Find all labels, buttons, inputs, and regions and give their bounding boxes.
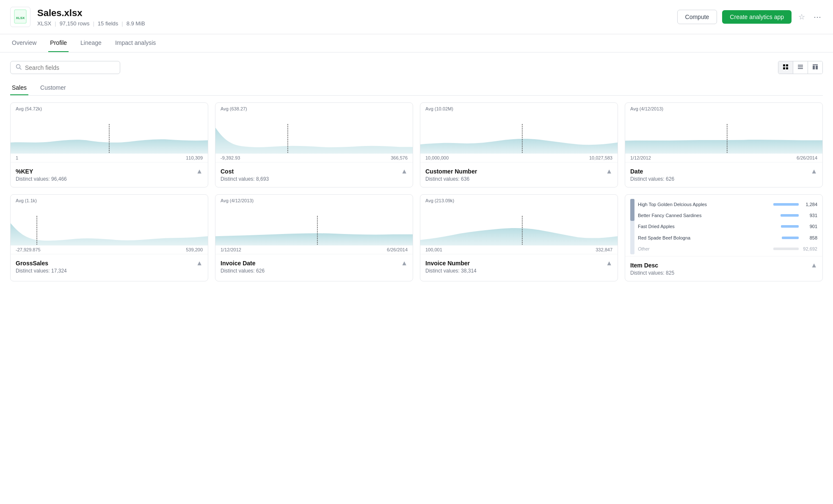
svg-rect-4 [783,64,785,66]
bar-row-1: High Top Golden Delcious Apples 1,284 [638,202,817,207]
cards-grid: Avg (54.72k) 1 110,309 [10,102,823,281]
svg-rect-13 [816,66,818,69]
list-view-button[interactable] [793,61,808,74]
tab-lineage[interactable]: Lineage [79,34,103,52]
invoice-number-chart-range: 100,001 332,847 [425,247,612,252]
card-date-subtitle: Distinct values: 626 [630,176,817,182]
gross-sales-chart-range: -27,929.875 539,200 [16,247,203,252]
sub-tab-customer[interactable]: Customer [39,81,68,95]
svg-rect-10 [798,68,803,69]
search-box[interactable] [10,61,120,74]
svg-rect-12 [813,66,815,69]
card-customer-number-chart: Avg (10.02M) 10,000,000 10, [420,103,618,162]
file-fields: 15 fields [98,20,118,27]
card-key: Avg (54.72k) 1 110,309 [10,102,208,187]
card-invoice-number-body: Invoice Number ▲ Distinct values: 38,314 [420,254,618,279]
file-type-label: XLSX [14,9,27,25]
file-type: XLSX [37,20,51,27]
date-chart-icon: ▲ [811,168,817,175]
file-icon: XLSX [10,7,30,27]
date-avg-label: Avg (4/12/2013) [630,106,663,111]
card-item-desc-body: Item Desc ▲ Distinct values: 825 [625,256,822,281]
customer-number-avg-label: Avg (10.02M) [425,106,453,111]
file-rows: 97,150 rows [60,20,90,27]
grid-view-button[interactable] [778,61,793,74]
file-size: 8.9 MiB [127,20,145,27]
invoice-number-avg-label: Avg (213.09k) [425,198,454,203]
svg-rect-5 [786,64,788,66]
bar-row-4: Red Spade Beef Bologna 858 [638,235,817,240]
card-gross-sales-subtitle: Distinct values: 17,324 [16,268,203,274]
cost-avg-label: Avg (638.27) [221,106,247,111]
svg-rect-8 [798,65,803,66]
customer-number-chart-range: 10,000,000 10,027,583 [425,155,612,160]
gross-sales-chart-icon: ▲ [196,259,203,267]
date-chart-range: 1/12/2012 6/26/2014 [630,155,817,160]
card-key-chart: Avg (54.72k) 1 110,309 [11,103,208,162]
create-analytics-app-button[interactable]: Create analytics app [722,10,792,24]
invoice-date-avg-label: Avg (4/12/2013) [221,198,254,203]
tab-impact-analysis[interactable]: Impact analysis [113,34,157,52]
card-key-title: %KEY ▲ [16,168,203,175]
view-toggles [778,61,823,74]
sub-tabs: Sales Customer [10,81,823,96]
card-invoice-date: Avg (4/12/2013) 1/12/2012 6 [215,194,413,281]
search-input[interactable] [25,64,115,71]
card-date-title: Date ▲ [630,168,817,175]
card-invoice-number-chart: Avg (213.09k) 100,001 332,8 [420,195,618,254]
main-content: Sales Customer Avg (54.72k) [0,52,833,290]
bar-row-2: Better Fancy Canned Sardines 931 [638,213,817,218]
card-cost-chart: Avg (638.27) -9,392.93 366, [215,103,413,162]
svg-rect-9 [798,66,803,67]
card-invoice-date-chart: Avg (4/12/2013) 1/12/2012 6 [215,195,413,254]
card-invoice-date-subtitle: Distinct values: 626 [221,268,408,274]
search-icon [16,64,22,71]
card-invoice-date-title: Invoice Date ▲ [221,259,408,267]
bar-row-other: Other 92,692 [638,246,817,251]
sub-tab-sales[interactable]: Sales [10,81,28,95]
card-cost: Avg (638.27) -9,392.93 366, [215,102,413,187]
table-view-button[interactable] [808,61,822,74]
card-item-desc-subtitle: Distinct values: 825 [630,270,817,276]
toolbar [10,61,823,74]
card-gross-sales-title: GrossSales ▲ [16,259,203,267]
file-name: Sales.xlsx [37,8,677,19]
svg-rect-11 [813,64,818,65]
card-cost-title: Cost ▲ [221,168,408,175]
compute-button[interactable]: Compute [677,10,717,24]
card-gross-sales: Avg (1.1k) -27,929.875 539, [10,194,208,281]
card-item-desc-chart: High Top Golden Delcious Apples 1,284 Be… [625,195,822,256]
chart-icon: ▲ [196,168,203,175]
page-header: XLSX Sales.xlsx XLSX | 97,150 rows | 15 … [0,0,833,34]
svg-line-3 [20,68,22,70]
key-avg-label: Avg (54.72k) [16,106,42,111]
cost-chart-range: -9,392.93 366,576 [221,155,408,160]
card-item-desc: High Top Golden Delcious Apples 1,284 Be… [625,194,823,281]
card-invoice-number-subtitle: Distinct values: 38,314 [425,268,612,274]
header-actions: Compute Create analytics app ☆ ⋯ [677,10,823,24]
card-date-body: Date ▲ Distinct values: 626 [625,162,822,187]
card-key-subtitle: Distinct values: 96,466 [16,176,203,182]
main-tabs: Overview Profile Lineage Impact analysis [0,34,833,52]
invoice-number-chart-icon: ▲ [606,259,612,267]
tab-overview[interactable]: Overview [10,34,38,52]
tab-profile[interactable]: Profile [48,34,69,52]
gross-sales-avg-label: Avg (1.1k) [16,198,37,203]
bar-row-3: Fast Dried Apples 901 [638,224,817,229]
card-cost-body: Cost ▲ Distinct values: 8,693 [215,162,413,187]
card-date-chart: Avg (4/12/2013) 1/12/2012 6 [625,103,822,162]
card-date: Avg (4/12/2013) 1/12/2012 6 [625,102,823,187]
card-customer-number-title: Customer Number ▲ [425,168,612,175]
invoice-date-chart-range: 1/12/2012 6/26/2014 [221,247,408,252]
card-item-desc-title: Item Desc ▲ [630,262,817,269]
more-options-button[interactable]: ⋯ [812,11,823,23]
file-info: Sales.xlsx XLSX | 97,150 rows | 15 field… [37,8,677,27]
card-invoice-date-body: Invoice Date ▲ Distinct values: 626 [215,254,413,279]
svg-rect-7 [786,67,788,69]
star-button[interactable]: ☆ [797,11,807,23]
card-invoice-number: Avg (213.09k) 100,001 332,8 [420,194,618,281]
card-gross-sales-chart: Avg (1.1k) -27,929.875 539, [11,195,208,254]
svg-rect-6 [783,67,785,69]
customer-number-chart-icon: ▲ [606,168,612,175]
card-customer-number-body: Customer Number ▲ Distinct values: 636 [420,162,618,187]
